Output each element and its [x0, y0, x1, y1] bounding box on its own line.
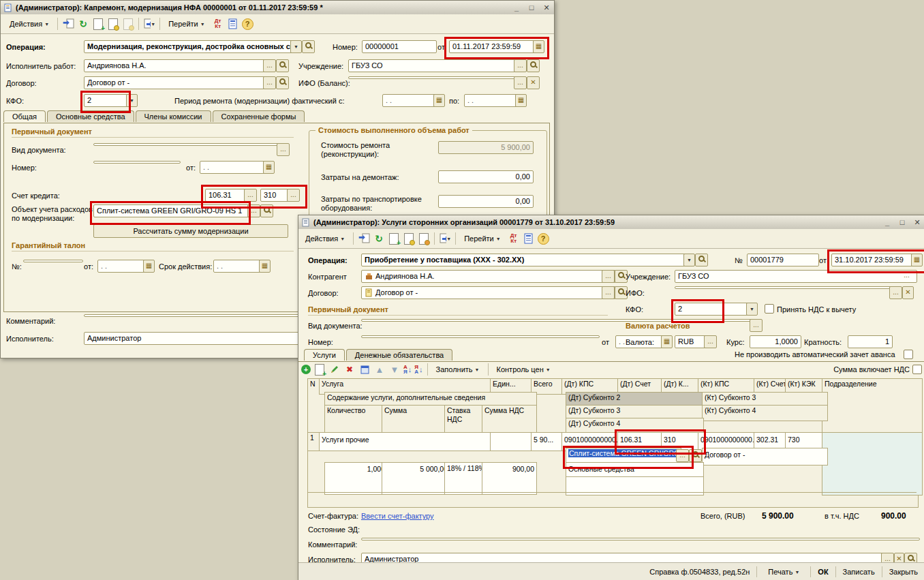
currency-field[interactable]: RUB [675, 335, 707, 348]
save-button[interactable]: Записать [843, 568, 875, 576]
tab-obschaya[interactable]: Общая [3, 110, 46, 122]
number-field[interactable]: 00001779 [747, 254, 819, 266]
operation-field[interactable]: Модернизация, реконструкция, достройка о… [84, 40, 294, 53]
price-control-menu[interactable]: Контроль цен▼ [493, 363, 555, 376]
print-output-icon[interactable]: ▼ [143, 18, 155, 30]
edit-row-icon[interactable] [328, 363, 341, 376]
rate-field[interactable]: 1,0000 [750, 335, 801, 348]
goto-menu[interactable]: Перейти▼ [460, 232, 505, 245]
contract-field[interactable]: Договор от - [361, 286, 616, 299]
operation-field[interactable]: Приобретение у поставщика (XXX - 302.XX) [361, 254, 687, 266]
institution-field[interactable]: ГБУЗ СО [348, 59, 517, 72]
tab-chleny-komissii[interactable]: Члены комиссии [136, 110, 211, 122]
operation-dropdown-button[interactable]: ▼ [290, 40, 302, 53]
help-icon[interactable]: ? [538, 233, 549, 245]
col-header-podrazdelenie[interactable]: Подразделение [822, 378, 923, 436]
executor-search-button[interactable] [276, 59, 289, 72]
warranty-num-field[interactable] [23, 260, 83, 262]
ifo-clear-button[interactable]: ✕ [527, 76, 540, 89]
tab-sohranennye-formy[interactable]: Сохраненные формы [213, 110, 305, 122]
actions-menu[interactable]: Действия▼ [3, 18, 53, 30]
ifo-field[interactable] [348, 76, 517, 79]
doc-date-field[interactable]: . . [200, 161, 266, 174]
contract-dots-button[interactable]: ... [263, 76, 276, 89]
print-output-icon[interactable]: ▼ [439, 232, 451, 245]
executor-field[interactable]: Андриянова Н.А. [84, 59, 266, 72]
post-document-icon[interactable] [403, 232, 415, 245]
cost-dismantle-field[interactable]: 0,00 [438, 170, 534, 183]
doc-type-dots-button[interactable]: ... [277, 143, 290, 156]
minimize-button[interactable]: _ [512, 3, 521, 12]
calc-modernization-button[interactable]: Рассчитать сумму модернизации [93, 224, 288, 238]
date-calendar-button[interactable]: ▦ [533, 40, 544, 53]
sort-asc-icon[interactable]: АЯ↓ [403, 365, 412, 374]
warranty-term-field[interactable]: . . [213, 260, 262, 273]
print-button[interactable]: Печать▼ [764, 566, 803, 578]
ifo-field[interactable] [675, 286, 893, 289]
tab-denezhnye-obyazatelstva[interactable]: Денежные обязательства [346, 349, 452, 361]
row-cell-vat-sum[interactable]: 900,00 [482, 462, 537, 495]
institution-search-button[interactable] [527, 59, 540, 72]
sum-includes-vat-checkbox[interactable] [912, 365, 922, 374]
col-header-qty[interactable]: Количество [324, 405, 388, 436]
doc-type-field[interactable] [93, 143, 280, 146]
refresh-icon[interactable]: ↻ [77, 18, 89, 30]
save-post-icon[interactable] [62, 18, 74, 30]
copy-row-icon[interactable]: + [313, 363, 326, 376]
help-icon[interactable]: ? [242, 18, 253, 30]
dt-sub2-search-button[interactable] [689, 449, 702, 462]
period-to-field[interactable]: . . [464, 94, 519, 107]
goto-menu[interactable]: Перейти▼ [164, 18, 209, 30]
journal-list-icon[interactable] [227, 18, 239, 30]
institution-field[interactable]: ГБУЗ СО [675, 270, 917, 283]
title-bar[interactable]: (Администратор): Капремонт, модернизация… [1, 1, 554, 15]
contract-dots-button[interactable]: ... [602, 286, 615, 299]
fill-menu[interactable]: Заполнить▼ [432, 363, 484, 376]
period-from-field[interactable]: . . [382, 94, 437, 107]
operation-search-button[interactable] [302, 40, 315, 53]
copy-icon[interactable]: + [388, 232, 400, 245]
set-end-icon[interactable] [358, 363, 371, 376]
doc-number-field[interactable] [93, 161, 181, 164]
sort-desc-icon[interactable]: ЯА↓ [414, 365, 422, 374]
row-cell-kt-sub3[interactable]: Договор от - [702, 448, 828, 465]
add-row-icon[interactable]: + [301, 365, 311, 374]
actions-menu[interactable]: Действия▼ [301, 232, 349, 245]
operation-search-button[interactable] [695, 254, 708, 266]
warranty-date-field[interactable]: . . [97, 260, 147, 273]
post-document-icon[interactable] [107, 18, 119, 30]
invoice-link[interactable]: Ввести счет-фактуру [361, 512, 434, 520]
title-bar[interactable]: (Администратор): Услуги сторонних органи… [298, 215, 924, 230]
tab-osnovnye-sredstva[interactable]: Основные средства [47, 110, 134, 122]
row-cell-edin[interactable] [490, 432, 537, 451]
dt-kt-icon[interactable]: ДтКт [212, 18, 224, 30]
executor-dots-button[interactable]: ... [263, 59, 276, 72]
credit-kek-dots-button[interactable]: ... [287, 189, 300, 202]
col-header-vat-sum[interactable]: Сумма НДС [482, 405, 537, 436]
doc-type-dots-button[interactable]: ... [750, 319, 763, 332]
vat-deduct-label[interactable]: Принять НДС к вычету [777, 305, 856, 314]
credit-kek-field[interactable]: 310 [260, 189, 290, 202]
number-field[interactable]: 00000001 [362, 40, 437, 53]
counterparty-dots-button[interactable]: ... [602, 270, 615, 283]
kfo-dropdown-button[interactable]: ▼ [746, 303, 758, 316]
maximize-button[interactable]: □ [897, 218, 907, 227]
institution-dots-button[interactable]: ... [901, 270, 912, 281]
row-cell-usluga[interactable]: Услуги прочие [319, 432, 496, 451]
row-cell-qty[interactable]: 1,000 [324, 462, 388, 495]
copy-icon[interactable]: + [92, 18, 104, 30]
maximize-button[interactable]: □ [527, 3, 536, 12]
object-search-button[interactable] [260, 204, 273, 217]
warranty-term-calendar-button[interactable]: ▦ [259, 260, 271, 273]
contract-field[interactable]: Договор от - [84, 76, 266, 89]
ifo-dots-button[interactable]: ... [514, 76, 527, 89]
institution-dots-button[interactable]: ... [514, 59, 527, 72]
currency-dots-button[interactable]: ... [704, 335, 717, 348]
object-dots-button[interactable]: ... [247, 204, 260, 217]
journal-list-icon[interactable] [523, 232, 535, 245]
vat-deduct-checkbox[interactable] [765, 304, 774, 314]
tab-uslugi[interactable]: Услуги [304, 349, 345, 361]
col-header-sum[interactable]: Сумма [382, 405, 450, 436]
kfo-dropdown-button[interactable]: ▼ [126, 94, 138, 107]
period-to-calendar-button[interactable]: ▦ [515, 94, 527, 107]
